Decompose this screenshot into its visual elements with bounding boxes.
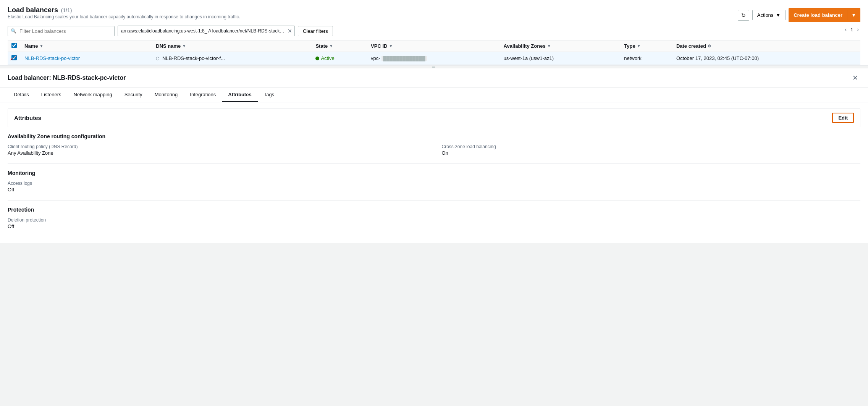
col-name: Name ▼ [21, 40, 152, 52]
vpc-blurred: █████████████ [381, 56, 427, 61]
resize-dots-icon: ═ [432, 65, 436, 69]
col-az: Availability Zones ▼ [500, 40, 621, 52]
select-all-checkbox[interactable] [11, 43, 17, 48]
detail-panel: Load balancer: NLB-RDS-stack-pc-victor ✕… [0, 68, 868, 243]
access-logs-label: Access logs [8, 181, 427, 186]
search-icon: 🔍 [11, 28, 16, 34]
tab-network-mapping[interactable]: Network mapping [68, 88, 118, 102]
col-type: Type ▼ [620, 40, 672, 52]
arn-filter-tag: arn:aws:elasticloadbalancing:us-west-1:8… [118, 26, 295, 36]
status-active-dot [315, 57, 319, 60]
attributes-section-header: Attributes Edit [8, 108, 860, 127]
client-routing-value: Any Availability Zone [8, 150, 427, 156]
table-row[interactable]: NLB-RDS-stack-pc-victor ⬡ NLB-RDS-stack-… [8, 52, 860, 65]
client-routing-label: Client routing policy (DNS Record) [8, 144, 427, 149]
attributes-section-title: Attributes [14, 115, 41, 121]
monitoring-section: Monitoring Access logs Off [8, 170, 860, 192]
protection-title: Protection [8, 207, 860, 213]
tab-security[interactable]: Security [118, 88, 149, 102]
row-dns-name: ⬡ NLB-RDS-stack-pc-victor-f... [152, 52, 312, 65]
lb-name-link[interactable]: NLB-RDS-stack-pc-victor [24, 55, 80, 61]
actions-label: Actions [757, 12, 774, 18]
tab-monitoring[interactable]: Monitoring [149, 88, 184, 102]
col-state: State ▼ [312, 40, 367, 52]
tab-tags[interactable]: Tags [258, 88, 280, 102]
sort-az-icon[interactable]: ▼ [547, 44, 551, 48]
page-title: Load balancers (1/1) [8, 6, 240, 14]
deletion-protection-value: Off [8, 223, 427, 229]
clear-filters-button[interactable]: Clear filters [298, 26, 333, 36]
panel-title: Load balancer: NLB-RDS-stack-pc-victor [8, 74, 126, 81]
actions-button[interactable]: Actions ▼ [752, 10, 786, 20]
tab-details[interactable]: Details [8, 88, 35, 102]
row-name[interactable]: NLB-RDS-stack-pc-victor [21, 52, 152, 65]
col-dns-name: DNS name ▼ [152, 40, 312, 52]
page-subtitle: Elastic Load Balancing scales your load … [8, 14, 240, 19]
col-date-created: Date created ⚙ [672, 40, 860, 52]
close-panel-button[interactable]: ✕ [850, 73, 860, 83]
sort-name-icon[interactable]: ▼ [39, 44, 43, 48]
col-vpc-id: VPC ID ▼ [367, 40, 500, 52]
resize-handle[interactable]: ═ [0, 65, 868, 68]
arn-filter-value: arn:aws:elasticloadbalancing:us-west-1:8… [121, 28, 285, 34]
load-balancers-table: Name ▼ DNS name ▼ State ▼ [8, 40, 860, 65]
row-type: network [620, 52, 672, 65]
pagination-prev-button[interactable]: ‹ [843, 26, 848, 33]
sort-vpc-icon[interactable]: ▼ [389, 44, 393, 48]
cross-zone-lb-label: Cross-zone load balancing [442, 144, 861, 149]
search-input[interactable] [8, 26, 115, 36]
tab-attributes[interactable]: Attributes [222, 88, 257, 102]
row-vpc-id: vpc- █████████████ [367, 52, 500, 65]
edit-button[interactable]: Edit [832, 113, 854, 123]
attributes-panel: Attributes Edit Availability Zone routin… [0, 102, 868, 243]
row-checkbox[interactable] [11, 55, 17, 60]
tab-integrations[interactable]: Integrations [184, 88, 222, 102]
arn-filter-close-button[interactable]: ✕ [285, 27, 294, 35]
actions-dropdown-icon: ▼ [776, 12, 781, 18]
tab-listeners[interactable]: Listeners [35, 88, 68, 102]
pagination-current: 1 [850, 27, 853, 32]
cross-zone-lb-value: On [442, 150, 861, 156]
row-date-created: October 17, 2023, 02:45 (UTC-07:00) [672, 52, 860, 65]
sort-type-icon[interactable]: ▼ [637, 44, 641, 48]
detail-tabs: Details Listeners Network mapping Securi… [0, 88, 868, 102]
refresh-button[interactable]: ↻ [738, 10, 749, 21]
pagination-next-button[interactable]: › [855, 26, 860, 33]
access-logs-value: Off [8, 187, 427, 192]
row-az: us-west-1a (usw1-az1) [500, 52, 621, 65]
az-routing-section: Availability Zone routing configuration … [8, 133, 860, 156]
sort-dns-icon[interactable]: ▼ [182, 44, 186, 48]
create-dropdown-icon[interactable]: ▼ [847, 10, 860, 20]
copy-icon: ⬡ [156, 56, 160, 61]
settings-icon[interactable]: ⚙ [708, 44, 711, 48]
sort-state-icon[interactable]: ▼ [329, 44, 333, 48]
monitoring-title: Monitoring [8, 170, 860, 176]
create-load-balancer-button[interactable]: Create load balancer ▼ [789, 8, 860, 22]
protection-section: Protection Deletion protection Off [8, 207, 860, 229]
refresh-icon: ↻ [741, 12, 746, 18]
az-routing-title: Availability Zone routing configuration [8, 133, 860, 139]
row-state: Active [312, 52, 367, 65]
deletion-protection-label: Deletion protection [8, 217, 427, 223]
create-label: Create load balancer [789, 10, 847, 20]
